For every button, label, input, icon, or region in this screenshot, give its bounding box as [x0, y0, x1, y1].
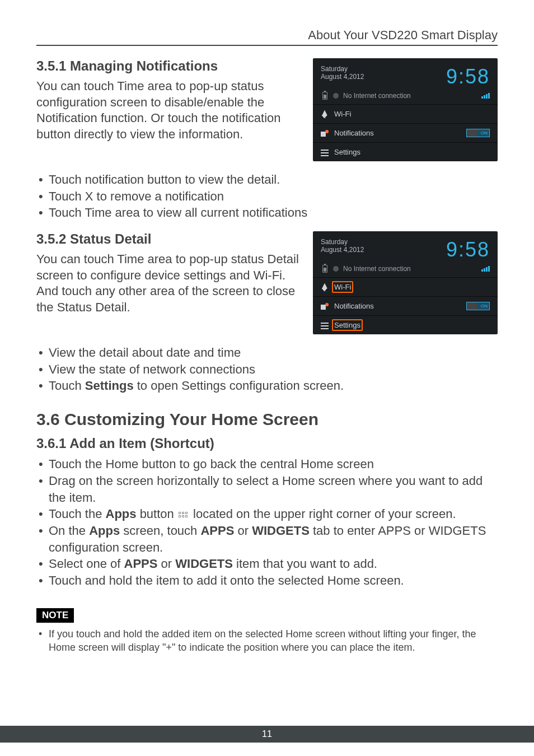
wifi-dot-icon: [333, 266, 339, 272]
panel1-day: Saturday: [321, 65, 364, 73]
notifications-icon: [321, 129, 329, 137]
panel2-notifications-row[interactable]: Notifications ON: [313, 296, 498, 315]
bullet-352-3: Touch Settings to open Settings configur…: [36, 377, 498, 394]
settings-icon: [321, 321, 329, 329]
panel1-wifi-label: Wi-Fi: [334, 110, 351, 118]
bullet-361-5: Select one of APPS or WIDGETS item that …: [36, 556, 498, 572]
panel2-date: August 4,2012: [321, 246, 364, 254]
settings-icon: [321, 148, 329, 156]
bullet-352-2: View the state of network connections: [36, 361, 498, 378]
signal-icon: [481, 266, 490, 272]
note-label: NOTE: [36, 608, 74, 623]
header-title: About Your VSD220 Smart Display: [308, 28, 498, 42]
notifications-icon: [321, 302, 329, 310]
android-panel-1: Saturday August 4,2012 9:58 No Internet …: [313, 58, 498, 161]
notifications-toggle[interactable]: ON: [466, 129, 490, 137]
wifi-icon: [321, 110, 329, 118]
notifications-toggle[interactable]: ON: [466, 302, 490, 310]
panel1-date: August 4,2012: [321, 73, 364, 81]
heading-361: 3.6.1 Add an Item (Shortcut): [36, 436, 498, 451]
panel2-wifi-row[interactable]: Wi-Fi: [313, 277, 498, 296]
panel1-clock: 9:58: [446, 65, 490, 88]
battery-icon: [321, 265, 329, 273]
panel1-settings-label: Settings: [334, 148, 360, 156]
bullet-351-1: Touch notification button to view the de…: [36, 171, 498, 188]
panel2-settings-label: Settings: [332, 319, 363, 331]
page-number: 11: [262, 729, 272, 739]
page-footer: 11: [0, 726, 534, 743]
panel1-notif-label: Notifications: [334, 129, 374, 137]
bullet-351-3: Touch Time area to view all current noti…: [36, 204, 498, 221]
heading-352: 3.5.2 Status Detail: [36, 231, 302, 247]
bullets-361: Touch the Home button to go back the cen…: [36, 456, 498, 589]
panel2-clock: 9:58: [446, 238, 490, 262]
bullet-361-3: Touch the Apps button located on the upp…: [36, 506, 498, 522]
bullet-352-1: View the detail about date and time: [36, 344, 498, 361]
note-text: If you touch and hold the added item on …: [36, 627, 498, 655]
panel2-wifi-label: Wi-Fi: [332, 281, 353, 293]
page-header: About Your VSD220 Smart Display: [36, 28, 498, 46]
signal-icon: [481, 93, 490, 99]
panel2-settings-row[interactable]: Settings: [313, 315, 498, 334]
battery-icon: [321, 92, 329, 100]
bullet-351-2: Touch X to remove a notification: [36, 188, 498, 205]
panel1-wifi-row[interactable]: Wi-Fi: [313, 104, 498, 123]
panel2-status: No Internet connection: [343, 265, 477, 273]
bullet-361-2: Drag on the screen horizontally to selec…: [36, 473, 498, 506]
apps-grid-icon: [179, 512, 189, 517]
para-351: You can touch Time area to pop-up status…: [36, 78, 302, 142]
para-352: You can touch Time area to pop-up status…: [36, 251, 302, 315]
wifi-icon: [321, 283, 329, 291]
heading-36: 3.6 Customizing Your Home Screen: [36, 410, 498, 429]
bullets-352: View the detail about date and time View…: [36, 344, 498, 394]
heading-351: 3.5.1 Managing Notifications: [36, 58, 302, 74]
panel2-day: Saturday: [321, 238, 364, 246]
android-panel-2: Saturday August 4,2012 9:58 No Internet …: [313, 231, 498, 334]
panel1-settings-row[interactable]: Settings: [313, 142, 498, 161]
panel1-notifications-row[interactable]: Notifications ON: [313, 123, 498, 142]
panel2-notif-label: Notifications: [334, 302, 374, 310]
bullet-361-4: On the Apps screen, touch APPS or WIDGET…: [36, 522, 498, 556]
bullets-351: Touch notification button to view the de…: [36, 171, 498, 221]
wifi-dot-icon: [333, 93, 339, 99]
panel1-status: No Internet connection: [343, 92, 477, 100]
bullet-361-1: Touch the Home button to go back the cen…: [36, 456, 498, 473]
bullet-361-6: Touch and hold the item to add it onto t…: [36, 572, 498, 589]
